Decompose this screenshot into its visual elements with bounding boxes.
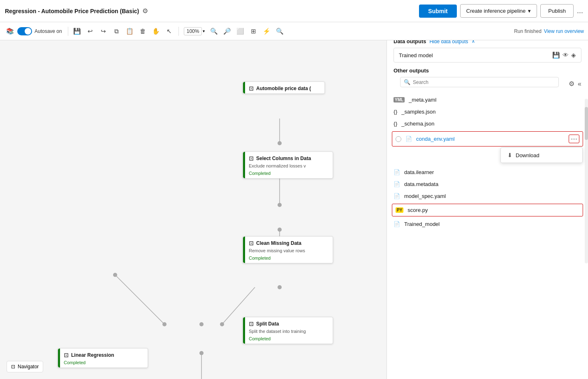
pipeline-canvas: ⊡ Automobile price data ( ⊡ Select Colum…: [0, 40, 350, 379]
zoom-label[interactable]: 100%: [184, 27, 202, 35]
paste-icon[interactable]: 📋: [124, 26, 136, 37]
conda-env-more-button[interactable]: ⋯: [569, 135, 579, 143]
node-label: Select Columns in Data: [256, 156, 311, 161]
svg-point-9: [278, 228, 282, 232]
file-item-trained-model[interactable]: 📄 Trained_model: [387, 218, 588, 230]
node-clean-missing[interactable]: ⊡ Clean Missing Data Remove missing valu…: [243, 236, 333, 263]
search-icon: 🔍: [404, 79, 410, 85]
search-input[interactable]: [413, 79, 555, 85]
py-icon: PY: [396, 207, 403, 213]
svg-point-13: [199, 322, 204, 326]
share-model-icon[interactable]: ◈: [571, 51, 576, 59]
separator-2: [178, 27, 179, 36]
redo-icon[interactable]: ↪: [98, 26, 109, 37]
view-run-link[interactable]: View run overview: [544, 28, 584, 34]
node-icon: ⊡: [64, 352, 69, 358]
node-label: Automobile price data (: [256, 86, 311, 91]
node-linear-regression[interactable]: ⊡ Linear Regression Completed: [58, 348, 148, 368]
other-outputs-label: Other outputs: [387, 67, 588, 77]
header: Regression - Automobile Price Prediction…: [0, 0, 588, 22]
svg-point-11: [278, 285, 282, 289]
copy-icon[interactable]: ⧉: [111, 26, 123, 37]
file-icon: 📄: [394, 193, 400, 199]
pan-icon[interactable]: ✋: [150, 26, 162, 37]
run-status-text: Run finished: [514, 28, 542, 34]
search-bar[interactable]: 🔍: [400, 77, 559, 87]
file-icon: 📄: [394, 181, 400, 187]
inference-label: Create inference pipeline: [466, 8, 526, 14]
file-item-data-metadata[interactable]: 📄 data.metadata: [387, 178, 588, 190]
undo-icon[interactable]: ↩: [85, 26, 96, 37]
publish-button[interactable]: Publish: [540, 4, 574, 18]
zoom-out-icon[interactable]: 🔍: [208, 26, 220, 37]
file-name: score.py: [407, 207, 579, 213]
file-item-data-ilearner[interactable]: 📄 data.ilearner: [387, 166, 588, 178]
run-status: Run finished View run overview: [514, 28, 584, 34]
navigator-button[interactable]: ⊡ Navigator: [7, 361, 43, 372]
file-item-meta-yaml[interactable]: YML _meta.yaml: [387, 94, 588, 106]
file-name: conda_env.yaml: [416, 136, 565, 142]
toolbar: 📚 Autosave on 💾 ↩ ↪ ⧉ 📋 🗑 ✋ ↖ 100% ▾ 🔍 🔎…: [0, 22, 588, 40]
file-name: data.ilearner: [404, 169, 581, 175]
separator-1: [68, 27, 68, 36]
zoom-in-icon[interactable]: 🔎: [221, 26, 233, 37]
file-name: _samples.json: [401, 109, 581, 115]
trained-model-label: Trained model: [399, 52, 549, 58]
file-item-conda-env[interactable]: 📄 conda_env.yaml ⋯ ⬇ Download: [392, 131, 583, 146]
download-dropdown: ⬇ Download: [500, 147, 583, 163]
zoom-control[interactable]: 100% ▾: [184, 27, 205, 35]
select-icon[interactable]: ↖: [164, 26, 175, 37]
settings-icon[interactable]: ⚙: [142, 7, 148, 15]
create-inference-button[interactable]: Create inference pipeline ▾: [460, 4, 537, 18]
toggle-knob: [25, 28, 31, 35]
delete-icon[interactable]: 🗑: [137, 26, 149, 37]
svg-point-16: [162, 322, 167, 326]
toggle-switch[interactable]: [17, 27, 32, 35]
node-icon: ⊡: [249, 85, 254, 92]
json-icon: {}: [394, 109, 397, 115]
file-icon: 📄: [394, 221, 400, 227]
filter-icon[interactable]: ⚙: [569, 80, 574, 88]
trained-model-actions: 💾 👁 ◈: [552, 51, 576, 59]
node-clean-label: Clean Missing Data: [256, 240, 301, 246]
svg-point-15: [220, 322, 224, 326]
file-name: _meta.yaml: [409, 97, 581, 103]
app-title: Regression - Automobile Price Prediction…: [5, 8, 139, 14]
chevron-down-icon: ▾: [528, 8, 531, 14]
svg-line-3: [115, 275, 164, 324]
view-model-icon[interactable]: 👁: [563, 51, 569, 59]
file-item-model-spec[interactable]: 📄 model_spec.yaml: [387, 190, 588, 202]
save-model-icon[interactable]: 💾: [552, 51, 560, 59]
more-options-button[interactable]: ...: [577, 7, 583, 15]
download-icon: ⬇: [507, 152, 512, 158]
collapse-icon[interactable]: «: [578, 80, 581, 88]
node-icon: ⊡: [249, 155, 254, 162]
file-item-schema-json[interactable]: {} _schema.json: [387, 118, 588, 130]
grid-icon[interactable]: ⊞: [248, 26, 259, 37]
node-icon: ⊡: [249, 240, 254, 246]
download-label[interactable]: Download: [516, 152, 539, 158]
file-icon: 📄: [405, 136, 412, 142]
file-item-score-py[interactable]: PY score.py: [392, 204, 583, 216]
file-radio[interactable]: [396, 136, 401, 142]
file-name: data.metadata: [404, 181, 581, 187]
node-select-columns[interactable]: ⊡ Select Columns in Data Exclude normali…: [243, 151, 333, 179]
fit-icon[interactable]: ⬜: [234, 26, 246, 37]
node-automobile-price[interactable]: ⊡ Automobile price data (: [243, 81, 325, 94]
save-icon[interactable]: 💾: [72, 26, 83, 37]
submit-button[interactable]: Submit: [419, 5, 456, 18]
svg-point-8: [278, 203, 282, 207]
library-icon[interactable]: 📚: [4, 26, 16, 37]
file-name: model_spec.yaml: [404, 193, 581, 199]
panel-content: Data outputs Hide data outputs ∧ Trained…: [387, 33, 588, 379]
node-label: Linear Regression: [71, 352, 114, 358]
search-canvas-icon[interactable]: 🔍: [274, 26, 285, 37]
analytics-icon[interactable]: ⚡: [261, 26, 272, 37]
autosave-toggle[interactable]: Autosave on: [17, 27, 62, 35]
svg-point-12: [113, 273, 117, 277]
zoom-chevron-icon: ▾: [203, 29, 205, 33]
navigator-label: Navigator: [18, 364, 39, 370]
json-icon: {}: [394, 121, 397, 127]
node-split-data[interactable]: ⊡ Split Data Split the dataset into trai…: [243, 317, 333, 344]
file-item-samples-json[interactable]: {} _samples.json: [387, 106, 588, 118]
